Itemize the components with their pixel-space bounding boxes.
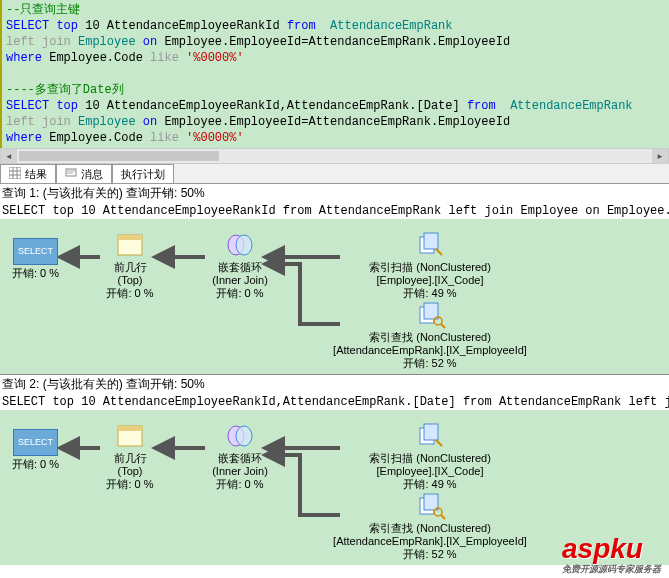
tbl: AttendanceEmpRank xyxy=(330,19,452,33)
svg-point-20 xyxy=(236,426,252,446)
kw-top: top xyxy=(56,19,78,33)
svg-point-8 xyxy=(236,235,252,255)
sub: (Inner Join) xyxy=(200,465,280,478)
query-sql-text: SELECT top 10 AttendanceEmployeeRankId,A… xyxy=(0,394,669,410)
label: 嵌套循环 xyxy=(200,452,280,465)
join-cond: Employee.EmployeeId=AttendanceEmpRank.Em… xyxy=(164,115,510,129)
select-icon: SELECT xyxy=(13,429,58,456)
node-index-scan[interactable]: 索引扫描 (NonClustered) [Employee].[IX_Code]… xyxy=(340,231,520,300)
num: 10 xyxy=(85,99,99,113)
kw-leftjoin: left join xyxy=(6,35,71,49)
tab-label: 执行计划 xyxy=(121,167,165,182)
plan-canvas[interactable]: SELECT 开销: 0 % 前几行 (Top) 开销: 0 % 嵌套循环 (I… xyxy=(0,219,669,374)
kw-on: on xyxy=(143,35,157,49)
kw-from: from xyxy=(467,99,496,113)
cost: 开销: 0 % xyxy=(12,267,59,280)
tab-results[interactable]: 结果 xyxy=(0,164,56,183)
comment: --只查询主键 xyxy=(6,3,80,17)
watermark-sub: 免费开源源码专家服务器 xyxy=(562,565,661,574)
grid-icon xyxy=(9,167,21,181)
svg-rect-6 xyxy=(118,235,142,240)
tab-execution-plan[interactable]: 执行计划 xyxy=(112,164,174,183)
loop-icon xyxy=(224,422,256,450)
label: 索引扫描 (NonClustered) xyxy=(340,261,520,274)
svg-rect-10 xyxy=(424,233,438,249)
scroll-left-arrow[interactable]: ◄ xyxy=(1,149,17,163)
node-nested-loop[interactable]: 嵌套循环 (Inner Join) 开销: 0 % xyxy=(200,231,280,300)
where-col: Employee.Code xyxy=(49,131,143,145)
sub: (Top) xyxy=(95,274,165,287)
node-select[interactable]: SELECT 开销: 0 % xyxy=(12,428,59,471)
cost: 开销: 0 % xyxy=(200,287,280,300)
top-icon xyxy=(114,422,146,450)
svg-rect-18 xyxy=(118,426,142,431)
watermark: aspku 免费开源源码专家服务器 xyxy=(562,533,661,574)
kw-like: like xyxy=(150,131,179,145)
kw-like: like xyxy=(150,51,179,65)
cost: 开销: 49 % xyxy=(340,287,520,300)
str-literal: '%0000%' xyxy=(186,51,244,65)
cost: 开销: 49 % xyxy=(340,478,520,491)
node-index-seek[interactable]: 索引查找 (NonClustered) [AttendanceEmpRank].… xyxy=(320,492,540,561)
watermark-text: aspku xyxy=(562,533,643,564)
svg-rect-24 xyxy=(424,494,438,510)
join-cond: Employee.EmployeeId=AttendanceEmpRank.Em… xyxy=(164,35,510,49)
svg-rect-22 xyxy=(424,424,438,440)
cost: 开销: 0 % xyxy=(200,478,280,491)
kw-where: where xyxy=(6,131,42,145)
tab-label: 结果 xyxy=(25,167,47,182)
editor-scrollbar-horizontal[interactable]: ◄ ► xyxy=(0,148,669,164)
kw-from: from xyxy=(287,19,316,33)
cost: 开销: 0 % xyxy=(12,458,59,471)
label: 前几行 xyxy=(95,261,165,274)
sub: (Inner Join) xyxy=(200,274,280,287)
cost: 开销: 52 % xyxy=(320,548,540,561)
message-icon xyxy=(65,167,77,181)
index-scan-icon xyxy=(414,422,446,450)
sql-editor[interactable]: --只查询主键 SELECT top 10 AttendanceEmployee… xyxy=(0,0,669,148)
node-top[interactable]: 前几行 (Top) 开销: 0 % xyxy=(95,231,165,300)
top-icon xyxy=(114,231,146,259)
node-nested-loop[interactable]: 嵌套循环 (Inner Join) 开销: 0 % xyxy=(200,422,280,491)
label: 嵌套循环 xyxy=(200,261,280,274)
scroll-track[interactable] xyxy=(17,151,652,161)
comment: ----多查询了Date列 xyxy=(6,83,124,97)
col: AttendanceEmployeeRankId,AttendanceEmpRa… xyxy=(107,99,460,113)
kw-where: where xyxy=(6,51,42,65)
tab-label: 消息 xyxy=(81,167,103,182)
index-seek-icon xyxy=(414,492,446,520)
where-col: Employee.Code xyxy=(49,51,143,65)
num: 10 xyxy=(85,19,99,33)
node-top[interactable]: 前几行 (Top) 开销: 0 % xyxy=(95,422,165,491)
tab-messages[interactable]: 消息 xyxy=(56,164,112,183)
query-header: 查询 2: (与该批有关的) 查询开销: 50% xyxy=(0,375,669,394)
label: 前几行 xyxy=(95,452,165,465)
node-index-seek[interactable]: 索引查找 (NonClustered) [AttendanceEmpRank].… xyxy=(320,301,540,370)
tbl-emp: Employee xyxy=(78,35,136,49)
kw-select: SELECT xyxy=(6,19,49,33)
kw-leftjoin: left join xyxy=(6,115,71,129)
scroll-thumb[interactable] xyxy=(19,151,219,161)
cost: 开销: 52 % xyxy=(320,357,540,370)
sub: [Employee].[IX_Code] xyxy=(340,274,520,287)
node-index-scan[interactable]: 索引扫描 (NonClustered) [Employee].[IX_Code]… xyxy=(340,422,520,491)
sub: [AttendanceEmpRank].[IX_EmployeeId] xyxy=(320,344,540,357)
sub: [AttendanceEmpRank].[IX_EmployeeId] xyxy=(320,535,540,548)
scroll-right-arrow[interactable]: ► xyxy=(652,149,668,163)
sub: (Top) xyxy=(95,465,165,478)
svg-rect-0 xyxy=(9,167,21,179)
label: 索引查找 (NonClustered) xyxy=(320,331,540,344)
cost: 开销: 0 % xyxy=(95,478,165,491)
results-tabs: 结果 消息 执行计划 xyxy=(0,164,669,184)
loop-icon xyxy=(224,231,256,259)
label: 索引扫描 (NonClustered) xyxy=(340,452,520,465)
sub: [Employee].[IX_Code] xyxy=(340,465,520,478)
node-select[interactable]: SELECT 开销: 0 % xyxy=(12,237,59,280)
label: 索引查找 (NonClustered) xyxy=(320,522,540,535)
kw-on: on xyxy=(143,115,157,129)
str-literal: '%0000%' xyxy=(186,131,244,145)
kw-top: top xyxy=(56,99,78,113)
execution-plan-1: 查询 1: (与该批有关的) 查询开销: 50% SELECT top 10 A… xyxy=(0,184,669,374)
query-header: 查询 1: (与该批有关的) 查询开销: 50% xyxy=(0,184,669,203)
query-sql-text: SELECT top 10 AttendanceEmployeeRankId f… xyxy=(0,203,669,219)
